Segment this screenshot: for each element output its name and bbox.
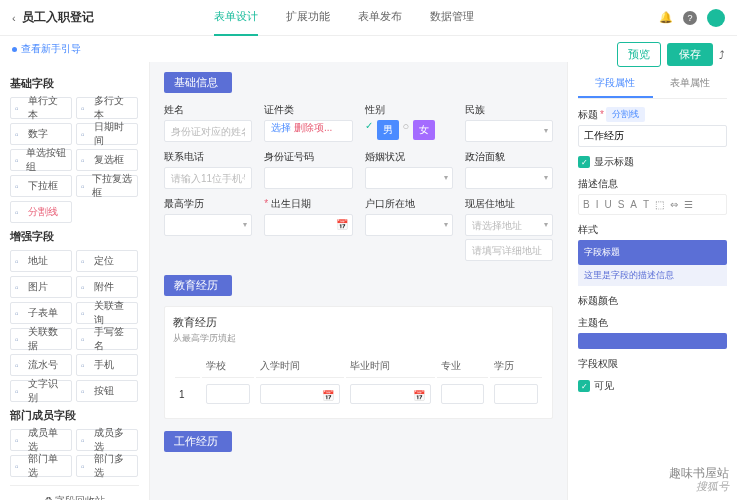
palette-chip[interactable]: ▫关联查询 — [76, 302, 138, 324]
section-education: 教育经历 — [164, 275, 232, 296]
top-bar: ‹ 员工入职登记 表单设计 扩展功能 表单发布 数据管理 🔔 ? — [0, 0, 737, 36]
label-birth: * 出生日期 — [264, 197, 352, 211]
divider-pill[interactable]: 分割线 — [606, 107, 645, 122]
label-idno: 身份证号码 — [264, 150, 352, 164]
tab-extend[interactable]: 扩展功能 — [286, 0, 330, 36]
select-marital[interactable] — [365, 167, 453, 189]
toolbar-btn[interactable]: A — [630, 199, 637, 210]
back-icon[interactable]: ‹ — [12, 12, 16, 24]
visible-check[interactable]: ✓可见 — [578, 379, 727, 393]
bell-icon[interactable]: 🔔 — [659, 11, 673, 24]
guide-text: 查看新手引导 — [21, 42, 81, 56]
palette-chip[interactable]: ▫分割线 — [10, 201, 72, 223]
palette-chip[interactable]: ▫定位 — [76, 250, 138, 272]
label-ethnic: 民族 — [465, 103, 553, 117]
toolbar-btn[interactable]: S — [618, 199, 625, 210]
style-preview-title[interactable]: 字段标题 — [578, 240, 727, 265]
palette-chip[interactable]: ▫单选按钮组 — [10, 149, 72, 171]
tab-form-props[interactable]: 表单属性 — [653, 70, 728, 98]
select-political[interactable] — [465, 167, 553, 189]
recycle-bin[interactable]: ♻ 字段回收站 — [10, 485, 139, 500]
palette-chip[interactable]: ▫多行文本 — [76, 97, 138, 119]
palette-chip[interactable]: ▫复选框 — [76, 149, 138, 171]
input-cert[interactable]: 选择 删除项... — [264, 120, 352, 142]
tab-publish[interactable]: 表单发布 — [358, 0, 402, 36]
select-residence[interactable] — [465, 214, 553, 236]
input-phone[interactable] — [164, 167, 252, 189]
toolbar-btn[interactable]: B — [583, 199, 590, 210]
tab-data[interactable]: 数据管理 — [430, 0, 474, 36]
palette-chip[interactable]: ▫成员多选 — [76, 429, 138, 451]
palette-chip[interactable]: ▫部门多选 — [76, 455, 138, 477]
label-name: 姓名 — [164, 103, 252, 117]
toolbar-btn[interactable]: I — [596, 199, 599, 210]
palette-chip[interactable]: ▫单行文本 — [10, 97, 72, 119]
guide-dot-icon — [12, 47, 17, 52]
save-button[interactable]: 保存 — [667, 43, 713, 66]
label-hukou: 户口所在地 — [365, 197, 453, 211]
help-icon[interactable]: ? — [683, 11, 697, 25]
select-ethnic[interactable] — [465, 120, 553, 142]
palette-group-enhanced: 增强字段 — [10, 229, 139, 244]
palette-chip[interactable]: ▫数字 — [10, 123, 72, 145]
palette-chip[interactable]: ▫子表单 — [10, 302, 72, 324]
share-icon[interactable]: ⤴ — [719, 49, 725, 61]
palette-chip[interactable]: ▫下拉框 — [10, 175, 72, 197]
toolbar-btn[interactable]: ☰ — [684, 199, 693, 210]
section-work: 工作经历 — [164, 431, 232, 452]
input-idno[interactable] — [264, 167, 352, 189]
palette-chip[interactable]: ▫手写签名 — [76, 328, 138, 350]
palette-chip[interactable]: ▫日期时间 — [76, 123, 138, 145]
label-political: 政治面貌 — [465, 150, 553, 164]
tab-design[interactable]: 表单设计 — [214, 0, 258, 36]
edu-subform: 教育经历 从最高学历填起 学校入学时间毕业时间专业学历 1📅📅 — [164, 306, 553, 419]
palette-group-basic: 基础字段 — [10, 76, 139, 91]
select-hukou[interactable] — [365, 214, 453, 236]
palette-group-dept: 部门成员字段 — [10, 408, 139, 423]
style-preview-desc: 这里是字段的描述信息 — [578, 265, 727, 286]
label-residence: 现居住地址 — [465, 197, 553, 211]
main-tabs: 表单设计 扩展功能 表单发布 数据管理 — [214, 0, 474, 36]
toolbar-btn[interactable]: ⬚ — [655, 199, 664, 210]
toolbar-btn[interactable]: ⇔ — [670, 199, 678, 210]
input-name[interactable] — [164, 120, 252, 142]
palette-chip[interactable]: ▫下拉复选框 — [76, 175, 138, 197]
palette-chip[interactable]: ▫手机 — [76, 354, 138, 376]
tab-field-props[interactable]: 字段属性 — [578, 70, 653, 98]
palette-chip[interactable]: ▫流水号 — [10, 354, 72, 376]
avatar[interactable] — [707, 9, 725, 27]
edu-title: 教育经历 — [173, 315, 544, 330]
label-phone: 联系电话 — [164, 150, 252, 164]
palette-chip[interactable]: ▫附件 — [76, 276, 138, 298]
form-canvas: 基础信息 姓名 证件类选择 删除项... 性别✓男○女 民族▾ 联系电话 身份证… — [150, 62, 567, 500]
palette-chip[interactable]: ▫部门单选 — [10, 455, 72, 477]
select-edu[interactable] — [164, 214, 252, 236]
watermark-source: 搜狐号 — [696, 479, 729, 494]
rich-toolbar[interactable]: BIUSAT⬚⇔☰ — [578, 194, 727, 215]
palette-chip[interactable]: ▫文字识别 — [10, 380, 72, 402]
edu-table: 学校入学时间毕业时间专业学历 1📅📅 — [173, 353, 544, 410]
palette-chip[interactable]: ▫图片 — [10, 276, 72, 298]
page-title: 员工入职登记 — [22, 9, 94, 26]
label-cert: 证件类 — [264, 103, 352, 117]
field-palette: 基础字段 ▫单行文本▫多行文本▫数字▫日期时间▫单选按钮组▫复选框▫下拉框▫下拉… — [0, 62, 150, 500]
input-residence-detail[interactable] — [465, 239, 553, 261]
preview-button[interactable]: 预览 — [617, 42, 661, 67]
palette-chip[interactable]: ▫关联数据 — [10, 328, 72, 350]
property-panel: 字段属性 表单属性 标题*分割线 ✓显示标题 描述信息 BIUSAT⬚⇔☰ 样式… — [567, 62, 737, 500]
label-marital: 婚姻状况 — [365, 150, 453, 164]
palette-chip[interactable]: ▫按钮 — [76, 380, 138, 402]
label-edu: 最高学历 — [164, 197, 252, 211]
palette-chip[interactable]: ▫地址 — [10, 250, 72, 272]
palette-chip[interactable]: ▫成员单选 — [10, 429, 72, 451]
top-actions: 预览 保存 ⤴ — [617, 42, 725, 67]
theme-color-swatch[interactable] — [578, 333, 727, 349]
label-gender: 性别 — [365, 103, 453, 117]
toolbar-btn[interactable]: U — [604, 199, 611, 210]
prop-title-input[interactable] — [578, 125, 727, 147]
table-row[interactable]: 1📅📅 — [175, 380, 542, 408]
show-title-check[interactable]: ✓显示标题 — [578, 155, 727, 169]
gender-toggle[interactable]: ✓男○女 — [365, 120, 453, 140]
section-basic-info: 基础信息 — [164, 72, 232, 93]
toolbar-btn[interactable]: T — [643, 199, 649, 210]
